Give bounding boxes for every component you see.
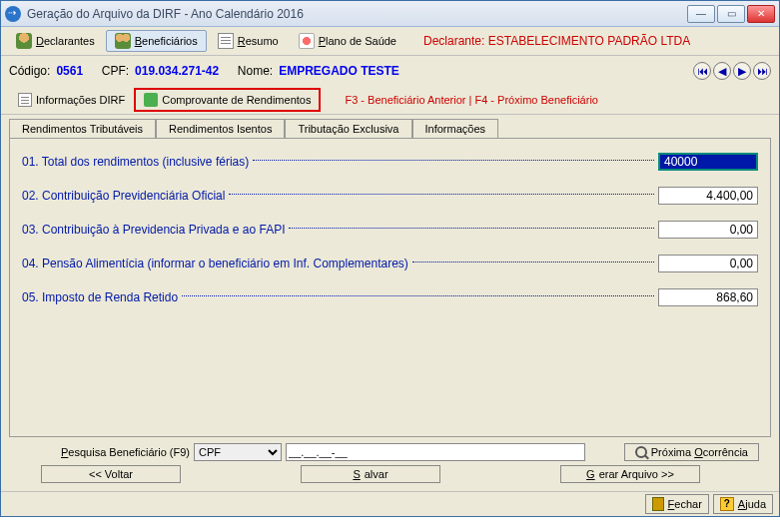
document-icon — [218, 33, 234, 49]
informacoes-dirf-label: Informações DIRF — [36, 94, 125, 106]
search-label: Pesquisa Beneficiário (F9) — [61, 446, 190, 458]
beneficiary-info-row: Código: 0561 CPF: 019.034.271-42 Nome: E… — [1, 56, 779, 86]
beneficiarios-button[interactable]: Beneficiários — [106, 30, 207, 52]
titlebar: Geração do Arquivo da DIRF - Ano Calendá… — [1, 1, 779, 27]
field-row-04: 04. Pensão Alimentícia (informar o benef… — [22, 255, 758, 272]
minimize-button[interactable]: — — [687, 5, 715, 23]
informacoes-dirf-tab[interactable]: Informações DIRF — [9, 89, 134, 111]
tab-content: 01. Total dos rendimentos (inclusive fér… — [9, 138, 771, 437]
comprovante-tab[interactable]: Comprovante de Rendimentos — [134, 88, 321, 112]
search-icon — [635, 446, 647, 458]
record-nav: ⏮ ◀ ▶ ⏭ — [693, 62, 771, 80]
main-toolbar: Declarantes Beneficiários Resumo Plano d… — [1, 27, 779, 56]
window-title: Geração do Arquivo da DIRF - Ano Calendá… — [27, 7, 685, 21]
field-label: 02. Contribuição Previdenciária Oficial — [22, 189, 225, 203]
plano-label: Plano de Saúde — [319, 35, 396, 47]
tab-informacoes[interactable]: Informações — [412, 119, 499, 138]
plano-saude-button[interactable]: Plano de Saúde — [290, 30, 405, 52]
close-button[interactable]: ✕ — [747, 5, 775, 23]
gerar-arquivo-button[interactable]: Gerar Arquivo >> — [560, 465, 700, 483]
declarantes-label: Declarantes — [36, 35, 95, 47]
document-icon — [18, 93, 32, 107]
proxima-ocorrencia-button[interactable]: Próxima Ocorrência — [624, 443, 759, 461]
action-buttons-row: << Voltar Salvar Gerar Arquivo >> — [1, 463, 779, 491]
voltar-button[interactable]: << Voltar — [41, 465, 181, 483]
door-icon — [652, 497, 664, 511]
field-04-input[interactable] — [658, 255, 758, 272]
field-label: 04. Pensão Alimentícia (informar o benef… — [22, 257, 408, 270]
field-row-05: 05. Imposto de Renda Retido — [22, 288, 758, 306]
person-icon — [16, 33, 32, 49]
fechar-button[interactable]: Fechar — [645, 494, 709, 514]
field-05-input[interactable] — [658, 288, 758, 306]
nav-hint-text: F3 - Beneficiário Anterior | F4 - Próxim… — [345, 94, 598, 106]
field-label: 03. Contribuição à Previdencia Privada e… — [22, 223, 285, 237]
maximize-button[interactable]: ▭ — [717, 5, 745, 23]
field-03-input[interactable] — [658, 221, 758, 239]
declarante-info: Declarante: ESTABELECIMENTO PADRÃO LTDA — [423, 34, 690, 48]
declarantes-button[interactable]: Declarantes — [7, 30, 104, 52]
health-icon — [299, 33, 315, 49]
nav-next-button[interactable]: ▶ — [733, 62, 751, 80]
resumo-label: Resumo — [238, 35, 279, 47]
ajuda-button[interactable]: ? Ajuda — [713, 494, 773, 514]
nome-label: Nome: — [238, 64, 273, 78]
codigo-label: Código: — [9, 64, 50, 78]
subtab-row: Informações DIRF Comprovante de Rendimen… — [1, 86, 779, 115]
search-row: Pesquisa Beneficiário (F9) CPF Próxima O… — [1, 441, 779, 463]
field-02-input[interactable] — [658, 187, 758, 205]
search-type-select[interactable]: CPF — [194, 443, 282, 461]
cpf-label: CPF: — [102, 64, 129, 78]
app-icon — [5, 6, 21, 22]
salvar-button[interactable]: Salvar — [301, 465, 440, 483]
cpf-value: 019.034.271-42 — [135, 64, 219, 78]
comprovante-label: Comprovante de Rendimentos — [162, 94, 311, 106]
beneficiarios-label: Beneficiários — [135, 35, 198, 47]
tab-tributaveis[interactable]: Rendimentos Tributáveis — [9, 119, 156, 138]
people-icon — [115, 33, 131, 49]
field-row-03: 03. Contribuição à Previdencia Privada e… — [22, 221, 758, 239]
field-label: 01. Total dos rendimentos (inclusive fér… — [22, 155, 249, 169]
nav-first-button[interactable]: ⏮ — [693, 62, 711, 80]
tab-isentos[interactable]: Rendimentos Isentos — [156, 119, 285, 138]
nav-last-button[interactable]: ⏭ — [753, 62, 771, 80]
field-01-input[interactable] — [658, 153, 758, 171]
nome-value: EMPREGADO TESTE — [279, 64, 399, 78]
search-input[interactable] — [286, 443, 585, 461]
field-row-02: 02. Contribuição Previdenciária Oficial — [22, 187, 758, 205]
field-row-01: 01. Total dos rendimentos (inclusive fér… — [22, 153, 758, 171]
field-label: 05. Imposto de Renda Retido — [22, 290, 178, 304]
inner-tabs: Rendimentos Tributáveis Rendimentos Isen… — [1, 115, 779, 138]
footer: Fechar ? Ajuda — [1, 491, 779, 516]
resumo-button[interactable]: Resumo — [209, 30, 288, 52]
codigo-value: 0561 — [56, 64, 83, 78]
main-window: Geração do Arquivo da DIRF - Ano Calendá… — [0, 0, 780, 517]
certificate-icon — [144, 93, 158, 107]
nav-prev-button[interactable]: ◀ — [713, 62, 731, 80]
tab-exclusiva[interactable]: Tributação Exclusiva — [285, 119, 411, 138]
help-icon: ? — [720, 497, 734, 511]
